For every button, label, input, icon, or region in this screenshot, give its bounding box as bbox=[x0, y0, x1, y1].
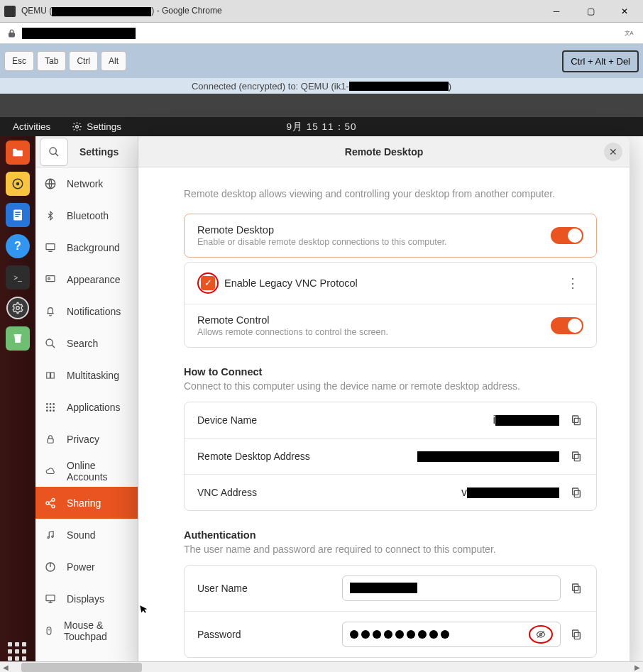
clock[interactable]: 9月 15 11：50 bbox=[286, 121, 356, 133]
svg-point-17 bbox=[48, 277, 50, 280]
ctrl-alt-del-button[interactable]: Ctrl + Alt + Del bbox=[562, 50, 639, 72]
music-icon bbox=[44, 529, 57, 541]
username-input[interactable] bbox=[342, 575, 561, 601]
legacy-vnc-checkbox[interactable]: ✓ bbox=[201, 276, 215, 290]
svg-line-19 bbox=[52, 345, 55, 348]
sidebar-item-network[interactable]: Network bbox=[35, 167, 138, 199]
scrollbar-thumb[interactable] bbox=[21, 663, 142, 672]
close-window-button[interactable]: ✕ bbox=[610, 0, 639, 23]
sidebar-item-search[interactable]: Search bbox=[35, 327, 138, 359]
svg-rect-7 bbox=[15, 214, 21, 216]
dock-help-icon[interactable]: ? bbox=[6, 234, 30, 258]
svg-point-24 bbox=[53, 403, 55, 405]
address-bar[interactable]: 文A bbox=[0, 23, 643, 44]
remote-desktop-toggle[interactable] bbox=[551, 227, 583, 244]
mouse-icon bbox=[44, 624, 54, 637]
legacy-vnc-menu-button[interactable]: ⋮ bbox=[562, 275, 583, 291]
svg-rect-14 bbox=[46, 243, 55, 249]
svg-point-38 bbox=[52, 536, 53, 537]
bluetooth-icon bbox=[44, 209, 57, 222]
topbar-app-indicator[interactable]: Settings bbox=[72, 121, 121, 133]
maximize-button[interactable]: ▢ bbox=[576, 0, 605, 23]
auth-heading: Authentication bbox=[184, 529, 597, 541]
horizontal-scrollbar[interactable]: ◀ ▶ bbox=[0, 661, 643, 672]
multitask-icon bbox=[44, 369, 57, 382]
dock-files-icon[interactable] bbox=[6, 141, 30, 165]
annotation-circle bbox=[529, 625, 553, 644]
svg-point-2 bbox=[76, 126, 79, 128]
svg-point-25 bbox=[46, 406, 48, 408]
activities-button[interactable]: Activities bbox=[13, 121, 50, 132]
remote-control-label: Remote Control bbox=[197, 314, 542, 326]
svg-rect-47 bbox=[573, 416, 578, 422]
search-icon bbox=[44, 337, 57, 350]
dialog-close-button[interactable]: ✕ bbox=[604, 143, 622, 161]
svg-rect-10 bbox=[14, 334, 22, 336]
copy-vnc-address-button[interactable] bbox=[571, 486, 583, 499]
sidebar-item-power[interactable]: Power bbox=[35, 551, 138, 583]
remote-screen: Activities Settings 9月 15 11：50 ? >_ bbox=[0, 94, 643, 672]
alt-key-button[interactable]: Alt bbox=[101, 51, 126, 71]
ctrl-key-button[interactable]: Ctrl bbox=[69, 51, 98, 71]
bell-icon bbox=[44, 305, 57, 318]
options-card: ✓ Enable Legacy VNC Protocol ⋮ Remote Co… bbox=[184, 262, 597, 348]
dock-terminal-icon[interactable]: >_ bbox=[6, 265, 30, 290]
sidebar-item-notifications[interactable]: Notifications bbox=[35, 295, 138, 327]
minimize-button[interactable]: ─ bbox=[542, 0, 571, 23]
svg-point-34 bbox=[52, 505, 55, 507]
svg-point-37 bbox=[48, 536, 49, 538]
copy-device-name-button[interactable] bbox=[571, 414, 583, 426]
settings-title: Settings bbox=[72, 146, 138, 158]
power-icon bbox=[44, 561, 57, 573]
sidebar-item-background[interactable]: Background bbox=[35, 231, 138, 263]
svg-line-12 bbox=[55, 153, 58, 156]
copy-rdp-address-button[interactable] bbox=[571, 450, 583, 463]
dock-apps-grid-icon[interactable] bbox=[8, 642, 28, 662]
svg-rect-41 bbox=[46, 595, 55, 600]
share-icon bbox=[44, 497, 57, 509]
show-password-button[interactable] bbox=[534, 629, 547, 639]
dialog-description: Remote desktop allows viewing and contro… bbox=[184, 187, 597, 201]
svg-point-9 bbox=[16, 307, 20, 310]
dock-rhythmbox-icon[interactable] bbox=[6, 172, 30, 196]
svg-text:文A: 文A bbox=[625, 29, 634, 35]
svg-rect-56 bbox=[574, 632, 580, 639]
sidebar-item-multitasking[interactable]: Multitasking bbox=[35, 359, 138, 391]
annotation-circle: ✓ bbox=[197, 272, 219, 294]
device-name-value: i bbox=[345, 414, 565, 426]
sidebar-item-mouse[interactable]: Mouse & Touchpad bbox=[35, 615, 138, 646]
svg-line-36 bbox=[49, 504, 53, 506]
dock-libreoffice-icon[interactable] bbox=[6, 203, 30, 227]
esc-key-button[interactable]: Esc bbox=[4, 51, 34, 71]
vnc-address-value: v bbox=[345, 486, 565, 499]
svg-rect-51 bbox=[573, 488, 578, 495]
password-input[interactable] bbox=[342, 622, 561, 647]
apps-icon bbox=[44, 401, 57, 414]
sidebar-item-appearance[interactable]: Appearance bbox=[35, 263, 138, 295]
svg-rect-50 bbox=[574, 490, 580, 497]
copy-username-button[interactable] bbox=[571, 582, 583, 595]
remote-control-toggle[interactable] bbox=[551, 317, 583, 334]
translate-icon[interactable]: 文A bbox=[623, 27, 636, 40]
monitor-icon bbox=[44, 593, 57, 605]
sidebar-item-privacy[interactable]: Privacy bbox=[35, 423, 138, 455]
sidebar-item-bluetooth[interactable]: Bluetooth bbox=[35, 199, 138, 231]
svg-rect-49 bbox=[573, 452, 578, 458]
sidebar-item-displays[interactable]: Displays bbox=[35, 583, 138, 615]
svg-rect-48 bbox=[574, 454, 580, 461]
cloud-icon bbox=[44, 465, 57, 478]
sidebar-item-sound[interactable]: Sound bbox=[35, 519, 138, 551]
svg-point-26 bbox=[50, 406, 52, 408]
svg-line-35 bbox=[49, 500, 53, 502]
sidebar-item-applications[interactable]: Applications bbox=[35, 391, 138, 423]
sidebar-item-online-accounts[interactable]: Online Accounts bbox=[35, 455, 138, 487]
svg-rect-53 bbox=[573, 584, 578, 590]
search-button[interactable] bbox=[40, 138, 68, 166]
dock-trash-icon[interactable] bbox=[6, 326, 30, 351]
sidebar-item-sharing[interactable]: Sharing bbox=[35, 487, 138, 519]
dock-settings-icon[interactable] bbox=[6, 297, 29, 319]
tab-key-button[interactable]: Tab bbox=[37, 51, 66, 71]
copy-password-button[interactable] bbox=[571, 628, 583, 641]
svg-point-33 bbox=[46, 502, 49, 505]
gnome-topbar[interactable]: Activities Settings 9月 15 11：50 bbox=[0, 117, 643, 136]
